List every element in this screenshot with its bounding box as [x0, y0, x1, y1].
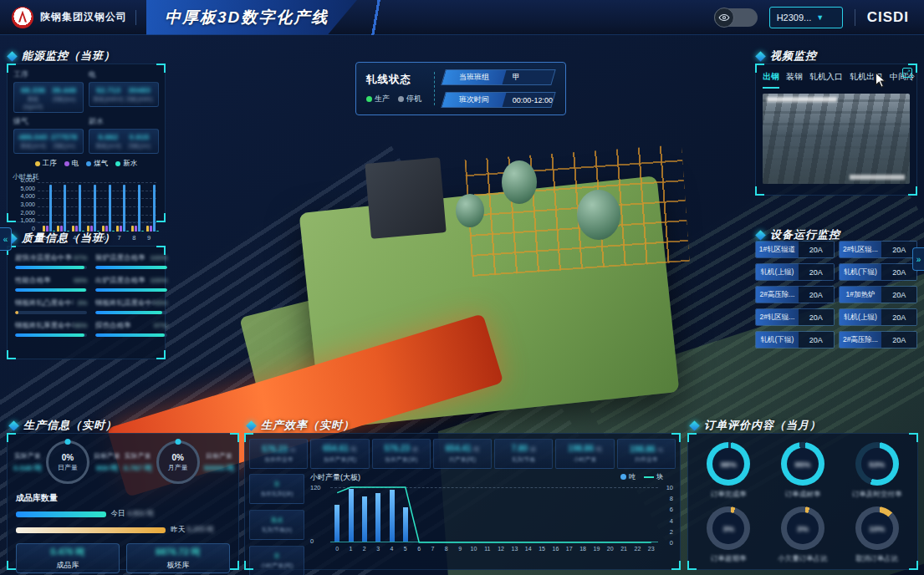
hourly-legend-item: 块 — [644, 472, 663, 481]
hour-tick-label: 22 — [630, 546, 644, 552]
panel-icon — [7, 51, 18, 62]
progress-track — [15, 266, 87, 269]
collapse-right-icon[interactable]: » — [912, 247, 924, 271]
gridline — [38, 182, 156, 183]
hour-tick-label: 10 — [467, 546, 480, 552]
legend-item: 工序 — [35, 159, 57, 169]
hour-tick-label: 18 — [576, 546, 590, 552]
line-status-panel: 轧线状态 生产停机 当班班组甲班次时间00:00-12:00 — [355, 62, 566, 115]
quality-panel: 超快冷温度命中率97%装炉温度合格率100%性能合格率99%出炉温度合格率100… — [7, 246, 166, 359]
video-tab-1[interactable]: 出钢 — [763, 71, 779, 89]
video-tab-2[interactable]: 装钢 — [786, 71, 803, 89]
bar-group — [146, 185, 159, 232]
stat-number: 654.41 — [446, 444, 473, 453]
heat-number-dropdown[interactable]: H2309... ▼ — [769, 7, 843, 28]
equipment-name: 轧机(上辊) — [756, 264, 799, 280]
stat-label: 当班作业率 — [264, 455, 294, 464]
stat-unit: 吨 — [473, 446, 479, 452]
equipment-item[interactable]: 2#高压除...20A — [839, 331, 918, 349]
energy-value-box: 68.336单耗(kgce/t)39.449消耗(tce) — [13, 82, 84, 113]
panel-icon — [246, 420, 257, 431]
side-stat-value: 0 — [274, 480, 278, 488]
legend-label: 电 — [72, 159, 79, 169]
equipment-item[interactable]: 轧机(上辊)20A — [839, 308, 918, 326]
expand-icon[interactable]: ⤢ — [902, 68, 912, 78]
status-row: 班次时间00:00-12:00 — [441, 92, 555, 108]
legend-label: 工序 — [43, 159, 57, 169]
equipment-item[interactable]: 2#轧区辊...20A — [755, 308, 835, 326]
bar-group — [102, 185, 115, 232]
equipment-item[interactable]: 轧机(上辊)20A — [755, 263, 835, 281]
stat-number: 198.86 — [630, 445, 657, 454]
left-axis-tick: 120 — [310, 484, 321, 491]
hour-tick-label: 20 — [604, 546, 617, 552]
company-logo-icon — [12, 7, 33, 28]
stat-value: 7.80 块 — [512, 444, 536, 454]
order-gauge: 95%订单成材率 — [768, 442, 839, 500]
warehouse-bar-row: 昨天 5,203 吨 — [16, 525, 230, 535]
equipment-item[interactable]: 1#轧区辊道20A — [755, 241, 835, 258]
legend-item: 新水 — [115, 159, 137, 169]
stat-unit: 吨 — [596, 446, 602, 452]
stat-value: 198.86 吨 — [568, 444, 601, 454]
donut-ring: 98% — [707, 442, 750, 486]
equipment-item[interactable]: 轧机(下辊)20A — [839, 263, 918, 281]
efficiency-side-stat: 0当班轧制(块) — [249, 474, 304, 504]
actual-output: 实际产量0.045 吨 — [13, 451, 42, 474]
video-title: 视频监控 — [770, 48, 817, 64]
quality-item: 超快冷温度命中率97% — [15, 253, 87, 269]
collapse-left-icon[interactable]: « — [0, 227, 12, 251]
y-tick-label: 2,000 — [20, 209, 35, 215]
quality-item: 钢板终轧厚度命中率96% — [15, 321, 87, 337]
quality-label: 性能合格率 — [15, 276, 51, 286]
quality-percent: 97% — [154, 322, 167, 329]
efficiency-side-stat: 8.4轧制节奏(s) — [249, 510, 304, 540]
hour-tick-label: 23 — [645, 546, 658, 552]
warehouse-box-value: 0.476 吨 — [50, 546, 85, 558]
energy-unit: 消耗(tce) — [48, 95, 79, 104]
equipment-current-value: 20A — [799, 264, 834, 280]
legend-dot-icon — [64, 161, 69, 166]
warehouse-bar-value: 5,203 吨 — [187, 525, 214, 533]
warehouse-bar-value: 4,801 吨 — [127, 509, 154, 517]
visibility-toggle[interactable] — [714, 8, 758, 27]
equipment-current-value: 20A — [881, 242, 916, 257]
orders-panel: 98%订单完成率95%订单成材率53%订单及时交付率3%订单超期率3%小欠量订单… — [687, 433, 918, 570]
equipment-current-value: 20A — [881, 309, 916, 325]
warehouse-bar-label: 今日 4,801 吨 — [111, 509, 155, 519]
status-row-key: 当班班组 — [442, 70, 507, 84]
hour-tick-label: 17 — [563, 546, 576, 552]
side-stat-label: 小时产量(吨) — [260, 562, 294, 570]
hour-tick-label: 7 — [426, 546, 439, 552]
energy-unit: 单耗(kWh/t) — [93, 95, 124, 104]
equipment-name: 1#加热炉 — [840, 287, 882, 303]
panel-icon — [8, 420, 19, 431]
status-dot-icon — [366, 96, 372, 102]
equipment-item[interactable]: 1#加热炉20A — [839, 286, 918, 303]
actual-value: 0.767 吨 — [124, 463, 152, 474]
quality-percent: 99% — [74, 277, 87, 284]
hour-tick-label: 1 — [344, 546, 357, 552]
left-axis-tick: 0 — [310, 537, 314, 545]
gauge-center-label: 日产量 — [58, 463, 78, 472]
bar-煤气 — [94, 185, 96, 232]
equipment-item[interactable]: 2#轧区辊...20A — [839, 241, 918, 258]
bar-煤气 — [153, 185, 156, 232]
hour-tick-label: 4 — [385, 546, 398, 552]
legend-label: 新水 — [123, 159, 137, 169]
bar-group — [131, 185, 144, 232]
warehouse-title: 成品库数量 — [16, 492, 238, 504]
video-tab-4[interactable]: 轧机出口 — [850, 71, 883, 89]
video-tab-3[interactable]: 轧机入口 — [809, 71, 843, 89]
legend-item: 电 — [64, 159, 79, 169]
progress-track — [95, 266, 167, 269]
stat-unit: % — [657, 447, 662, 453]
equipment-item[interactable]: 轧机(下辊)20A — [755, 331, 835, 349]
bar-group — [72, 185, 84, 232]
quality-label: 探伤合格率 — [95, 321, 131, 331]
cctv-video-feed[interactable] — [763, 94, 910, 184]
drum-2 — [577, 190, 620, 240]
equipment-item[interactable]: 2#高压除...20A — [755, 286, 835, 303]
status-dot-icon — [398, 96, 404, 102]
status-row-value-text: 甲 — [513, 72, 520, 83]
